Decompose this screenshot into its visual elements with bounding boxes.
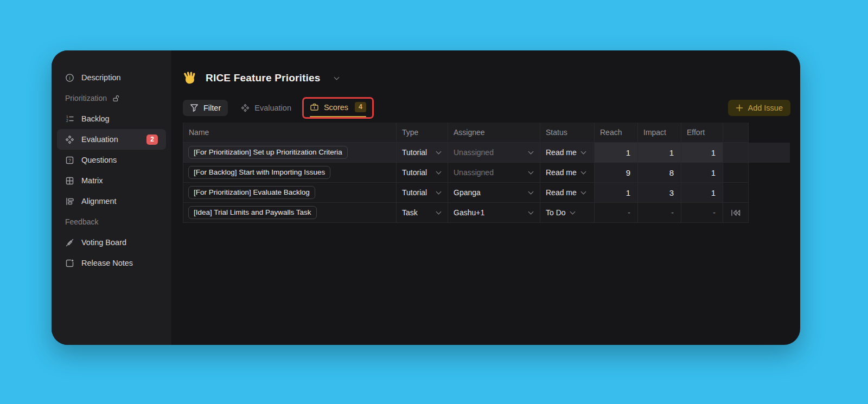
chevron-down-icon: [580, 189, 586, 194]
status-value: Read me: [546, 168, 577, 177]
effort-score-cell[interactable]: 1: [681, 143, 723, 163]
issue-name-chip[interactable]: [For Prioritization] Evaluate Backlog: [188, 186, 315, 199]
type-value: Task: [402, 208, 418, 217]
table-row-2-name-cell: [For Backlog] Start with Importing Issue…: [183, 163, 397, 183]
chevron-down-icon: [580, 149, 586, 154]
assignee-dropdown[interactable]: Gpanga: [448, 183, 540, 203]
svg-text:2: 2: [66, 119, 68, 123]
sidebar-item-label: Voting Board: [81, 238, 126, 247]
sidebar-item-label: Description: [81, 73, 121, 82]
toolbar: Filter Evaluation Sc: [183, 95, 800, 120]
issue-name-chip[interactable]: [For Backlog] Start with Importing Issue…: [188, 166, 330, 179]
funnel-icon: [190, 104, 199, 112]
sidebar-item-label: Release Notes: [81, 259, 133, 267]
assignee-dropdown[interactable]: Gashu+1: [448, 203, 540, 223]
assignee-value: Gashu+1: [454, 208, 484, 217]
assignee-value: Unassigned: [454, 168, 494, 177]
skip-back-icon[interactable]: [731, 209, 741, 217]
tab-scores[interactable]: Scores 4: [310, 102, 366, 112]
sidebar-item-voting-board[interactable]: Voting Board: [57, 232, 166, 253]
chevron-down-icon: [570, 209, 575, 214]
assignee-dropdown[interactable]: Unassigned: [448, 163, 540, 183]
table-row-4-name-cell: [Idea] Trial Limits and Paywalls Task: [183, 203, 397, 223]
sidebar-item-label: Backlog: [81, 114, 110, 123]
status-dropdown[interactable]: Read me: [540, 183, 595, 203]
assignee-dropdown[interactable]: Unassigned: [448, 143, 540, 163]
tab-evaluation-label: Evaluation: [254, 104, 291, 112]
reach-score-cell[interactable]: 9: [595, 163, 638, 183]
status-value: To Do: [546, 208, 566, 217]
sidebar: i Description Prioritization 1 2 Backlog: [52, 50, 172, 345]
status-dropdown[interactable]: Read me: [540, 143, 595, 163]
sidebar-item-description[interactable]: i Description: [57, 67, 166, 88]
status-dropdown[interactable]: Read me: [540, 163, 595, 183]
question-box-icon: ?: [65, 156, 74, 165]
impact-score-cell[interactable]: 3: [638, 183, 681, 203]
reach-score-cell[interactable]: 1: [595, 143, 638, 163]
title-dropdown-chevron-icon[interactable]: [334, 74, 339, 80]
diamonds-icon: [241, 104, 250, 112]
effort-score-cell[interactable]: -: [681, 203, 723, 223]
reach-score-cell[interactable]: -: [595, 203, 638, 223]
sidebar-item-questions[interactable]: ? Questions: [57, 150, 166, 170]
column-header-name: Name: [183, 123, 397, 143]
sidebar-item-label: Alignment: [81, 197, 116, 206]
sidebar-item-evaluation[interactable]: Evaluation 2: [57, 129, 166, 150]
chevron-down-icon: [528, 189, 534, 194]
impact-score-cell[interactable]: 8: [638, 163, 681, 183]
scores-count-badge: 4: [355, 102, 366, 112]
type-dropdown[interactable]: Tutorial: [397, 183, 448, 203]
add-issue-button[interactable]: Add Issue: [728, 100, 791, 116]
row-filler: [749, 143, 790, 163]
chevron-down-icon: [436, 209, 442, 214]
filter-button[interactable]: Filter: [183, 100, 228, 116]
column-header-effort: Effort: [681, 123, 723, 143]
row-actions-cell: [723, 163, 749, 183]
row-filler: [749, 163, 790, 183]
assignee-value: Unassigned: [454, 148, 494, 157]
notes-dot-icon: [65, 259, 74, 268]
sidebar-section-label: Prioritization: [65, 94, 107, 102]
table-row-1-name-cell: [For Prioritization] Set up Prioritizati…: [183, 143, 397, 163]
header-filler: [749, 123, 790, 143]
tab-evaluation[interactable]: Evaluation: [241, 104, 291, 112]
issue-name-chip[interactable]: [Idea] Trial Limits and Paywalls Task: [188, 206, 317, 219]
impact-score-cell[interactable]: -: [638, 203, 681, 223]
type-value: Tutorial: [402, 188, 427, 197]
sidebar-item-label: Questions: [81, 156, 117, 164]
main-content: RICE Feature Priorities Filter Evaluatio…: [172, 50, 800, 345]
type-value: Tutorial: [402, 168, 427, 177]
chevron-down-icon: [580, 169, 586, 174]
chevron-down-icon: [436, 169, 442, 174]
type-value: Tutorial: [402, 148, 427, 157]
issue-name-chip[interactable]: [For Prioritization] Set up Prioritizati…: [188, 146, 348, 159]
effort-score-cell[interactable]: 1: [681, 163, 723, 183]
type-dropdown[interactable]: Task: [397, 203, 448, 223]
sidebar-item-alignment[interactable]: Alignment: [57, 191, 166, 211]
status-value: Read me: [546, 188, 577, 197]
chevron-down-icon: [528, 149, 534, 154]
type-dropdown[interactable]: Tutorial: [397, 163, 448, 183]
sidebar-item-matrix[interactable]: Matrix: [57, 170, 166, 191]
type-dropdown[interactable]: Tutorial: [397, 143, 448, 163]
reach-score-cell[interactable]: 1: [595, 183, 638, 203]
issues-table: Name Type Assignee Status Reach Impact E…: [183, 123, 800, 223]
add-issue-label: Add Issue: [748, 104, 783, 112]
svg-text:1: 1: [66, 115, 68, 119]
diamonds-icon: [65, 135, 74, 144]
app-window: i Description Prioritization 1 2 Backlog: [52, 50, 800, 345]
assignee-value: Gpanga: [454, 188, 481, 197]
effort-score-cell[interactable]: 1: [681, 183, 723, 203]
chevron-down-icon: [436, 149, 442, 154]
row-filler: [749, 203, 790, 223]
sidebar-item-release-notes[interactable]: Release Notes: [57, 253, 166, 273]
board-title-row: RICE Feature Priorities: [183, 69, 800, 87]
unlock-icon: [112, 94, 120, 102]
evaluation-count-badge: 2: [146, 134, 158, 145]
status-dropdown[interactable]: To Do: [540, 203, 595, 223]
svg-text:?: ?: [68, 157, 71, 163]
numbered-list-icon: 1 2: [65, 114, 74, 124]
impact-score-cell[interactable]: 1: [638, 143, 681, 163]
sidebar-item-backlog[interactable]: 1 2 Backlog: [57, 108, 166, 129]
svg-text:i: i: [69, 75, 71, 81]
